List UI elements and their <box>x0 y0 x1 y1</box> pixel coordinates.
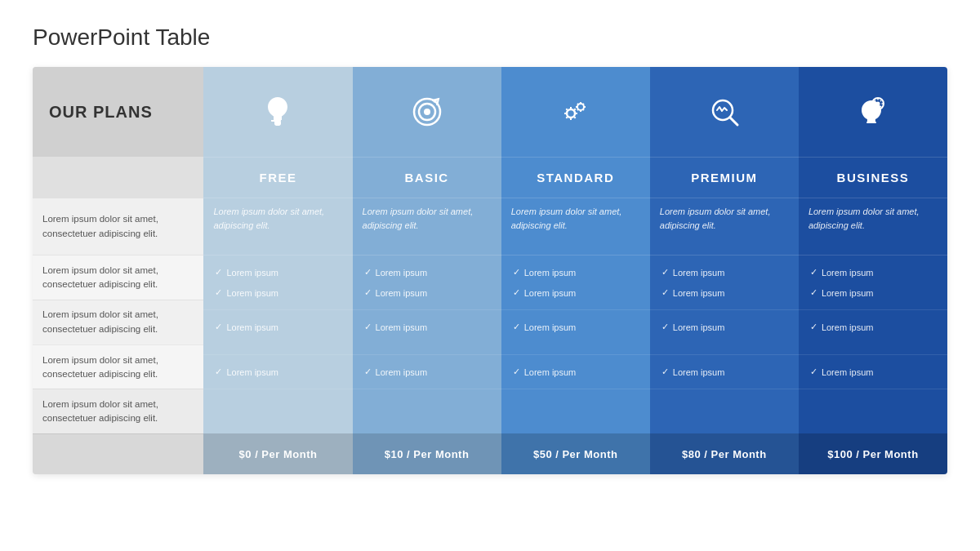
basic-mid-spacer: ✓ Lorem ipsum <box>353 309 501 354</box>
premium-desc: Lorem ipsum dolor sit amet, adipiscing e… <box>650 198 799 255</box>
standard-last-spacer <box>501 389 650 433</box>
basic-desc: Lorem ipsum dolor sit amet, adipiscing e… <box>353 198 501 255</box>
premium-plan-name: PREMIUM <box>650 157 799 198</box>
premium-icon-header <box>650 67 799 157</box>
mid-label-group: Lorem ipsum dolor sit amet, consectetuer… <box>33 300 203 344</box>
premium-price: $80 / Per Month <box>650 433 799 474</box>
business-features-top: ✓ Lorem ipsum ✓ Lorem ipsum <box>799 255 947 309</box>
business-desc: Lorem ipsum dolor sit amet, adipiscing e… <box>799 198 947 255</box>
col-business: BUSINESS Lorem ipsum dolor sit amet, adi… <box>799 67 947 474</box>
standard-plan-name: STANDARD <box>501 157 650 198</box>
free-icon-header <box>203 67 352 157</box>
free-price: $0 / Per Month <box>203 433 352 474</box>
col-free: FREE Lorem ipsum dolor sit amet, adipisc… <box>203 67 352 474</box>
standard-desc: Lorem ipsum dolor sit amet, adipiscing e… <box>501 198 650 255</box>
business-price: $100 / Per Month <box>799 433 947 474</box>
plan-name-label-spacer <box>33 157 203 198</box>
free-features-bottom: ✓ Lorem ipsum <box>203 354 352 389</box>
page-title: PowerPoint Table <box>33 24 947 51</box>
free-last-spacer <box>203 389 352 433</box>
basic-icon-header <box>353 67 501 157</box>
business-features-bottom: ✓ Lorem ipsum <box>799 354 947 389</box>
svg-point-4 <box>567 109 575 118</box>
standard-features-bottom: ✓ Lorem ipsum <box>501 354 650 389</box>
basic-plan-name: BASIC <box>353 157 501 198</box>
business-icon-header <box>799 67 947 157</box>
basic-price: $10 / Per Month <box>353 433 501 474</box>
free-mid-spacer: ✓ Lorem ipsum <box>203 309 352 354</box>
svg-rect-10 <box>866 122 876 123</box>
standard-features-top: ✓ Lorem ipsum ✓ Lorem ipsum <box>501 255 650 309</box>
svg-point-9 <box>875 102 880 106</box>
col-premium: PREMIUM Lorem ipsum dolor sit amet, adip… <box>650 67 799 474</box>
business-plan-name: BUSINESS <box>799 157 947 198</box>
label-row-1: Lorem ipsum dolor sit amet, consectetuer… <box>33 198 203 255</box>
col-basic: BASIC Lorem ipsum dolor sit amet, adipis… <box>353 67 501 474</box>
business-last-spacer <box>799 389 947 433</box>
premium-mid-spacer: ✓ Lorem ipsum <box>650 309 799 354</box>
svg-point-2 <box>424 109 430 115</box>
free-plan-name: FREE <box>203 157 352 198</box>
standard-mid-spacer: ✓ Lorem ipsum <box>501 309 650 354</box>
standard-icon-header <box>501 67 650 157</box>
price-footer-label <box>33 433 203 474</box>
svg-line-7 <box>730 118 737 125</box>
features-top-label: Lorem ipsum dolor sit amet, consectetuer… <box>33 255 203 300</box>
plans-header-text: OUR PLANS <box>49 103 153 122</box>
last-label: Lorem ipsum dolor sit amet, consectetuer… <box>33 389 203 433</box>
svg-point-5 <box>577 104 584 110</box>
premium-last-spacer <box>650 389 799 433</box>
labels-column: OUR PLANS Lorem ipsum dolor sit amet, co… <box>33 67 203 474</box>
free-desc: Lorem ipsum dolor sit amet, adipiscing e… <box>203 198 352 255</box>
features-bottom-label: Lorem ipsum dolor sit amet, consectetuer… <box>33 344 203 389</box>
business-mid-spacer: ✓ Lorem ipsum <box>799 309 947 354</box>
free-features-top: ✓ Lorem ipsum ✓ Lorem ipsum <box>203 255 352 309</box>
plans-header: OUR PLANS <box>33 67 203 157</box>
premium-features-top: ✓ Lorem ipsum ✓ Lorem ipsum <box>650 255 799 309</box>
basic-features-bottom: ✓ Lorem ipsum <box>353 354 501 389</box>
basic-last-spacer <box>353 389 501 433</box>
col-standard: STANDARD Lorem ipsum dolor sit amet, adi… <box>501 67 650 474</box>
pricing-table: OUR PLANS Lorem ipsum dolor sit amet, co… <box>33 67 947 474</box>
basic-features-top: ✓ Lorem ipsum ✓ Lorem ipsum <box>353 255 501 309</box>
premium-features-bottom: ✓ Lorem ipsum <box>650 354 799 389</box>
standard-price: $50 / Per Month <box>501 433 650 474</box>
